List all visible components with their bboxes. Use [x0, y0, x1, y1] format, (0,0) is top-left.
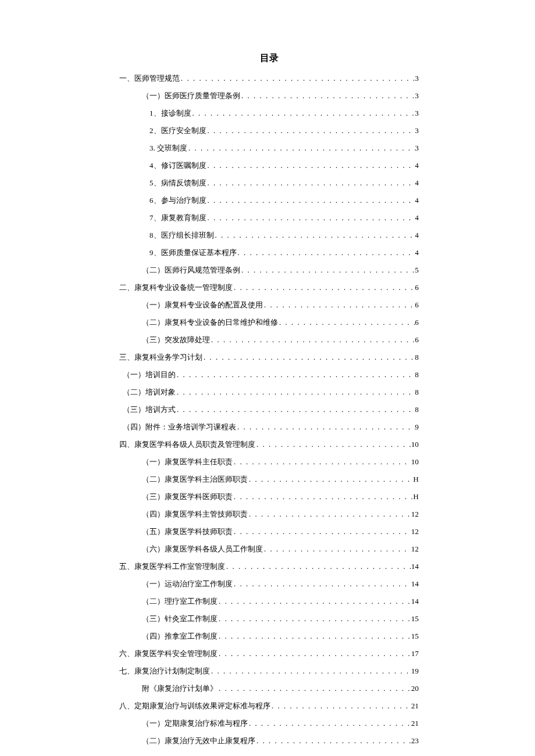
toc-entry-page: 19 — [411, 667, 419, 676]
toc-entry: 附《康复治疗计划单》. . . . . . . . . . . . . . . … — [119, 683, 419, 694]
toc-entry-page: 21 — [411, 719, 419, 728]
toc-entry-text: 2、医疗安全制度 — [149, 126, 206, 136]
toc-entry-text: 8、医疗组长排班制 — [149, 230, 214, 241]
toc-entry-page: 17 — [411, 649, 419, 658]
toc-leader-dots: . . . . . . . . . . . . . . . . . . . . … — [206, 213, 415, 223]
toc-entry-text: （一）康复医学科主任职责 — [142, 457, 233, 467]
toc-entry-page: 10 — [411, 440, 419, 449]
toc-entry-text: （一）定期康复治疗标准与程序 — [142, 718, 248, 729]
toc-entry: （二）康复科专业设备的日常维护和维修. . . . . . . . . . . … — [119, 317, 419, 328]
toc-leader-dots: . . . . . . . . . . . . . . . . . . . . … — [248, 475, 413, 484]
toc-entry-text: （二）康复科专业设备的日常维护和维修 — [142, 317, 278, 328]
toc-leader-dots: . . . . . . . . . . . . . . . . . . . . … — [176, 370, 415, 379]
toc-leader-dots: . . . . . . . . . . . . . . . . . . . . … — [248, 510, 411, 519]
toc-entry-text: （四）康复医学科主管技师职责 — [142, 509, 248, 519]
toc-entry: 3. 交班制度. . . . . . . . . . . . . . . . .… — [119, 143, 419, 153]
toc-entry: 一、医师管理规范. . . . . . . . . . . . . . . . … — [119, 73, 419, 84]
toc-entry: 8、医疗组长排班制. . . . . . . . . . . . . . . .… — [119, 230, 419, 241]
toc-entry-text: 1、接诊制度 — [149, 108, 191, 119]
toc-entry-page: 3 — [415, 109, 419, 118]
toc-entry-page: 4 — [415, 196, 419, 205]
toc-entry: 7、康复教育制度. . . . . . . . . . . . . . . . … — [119, 213, 419, 223]
toc-entry: 1、接诊制度. . . . . . . . . . . . . . . . . … — [119, 108, 419, 119]
toc-entry-text: 四、康复医学科各级人员职责及管理制度 — [119, 439, 255, 450]
toc-entry-page: 8 — [415, 370, 419, 379]
toc-entry-text: （四）附件：业务培训学习课程表 — [123, 422, 236, 432]
toc-entry-text: （二）康复医学科主治医师职责 — [142, 474, 248, 485]
toc-entry: （三）康复医学科医师职责. . . . . . . . . . . . . . … — [119, 492, 419, 502]
toc-leader-dots: . . . . . . . . . . . . . . . . . . . . … — [217, 632, 411, 641]
toc-entry: （四）附件：业务培训学习课程表 . . . . . . . . . . . . … — [119, 422, 419, 432]
toc-entry-page: H — [413, 475, 419, 484]
toc-entry: （二）理疗室工作制度. . . . . . . . . . . . . . . … — [119, 596, 419, 607]
toc-leader-dots: . . . . . . . . . . . . . . . . . . . . … — [263, 300, 415, 310]
toc-entry-page: 9 — [415, 422, 419, 432]
toc-entry-text: 9、医师质量保证基本程序 — [149, 248, 237, 258]
toc-entry-page: 3 — [415, 74, 419, 83]
toc-entry-text: 5、病情反馈制度 — [149, 178, 206, 188]
toc-entry: （一）康复科专业设备的配置及使用. . . . . . . . . . . . … — [119, 300, 419, 310]
toc-entry: 七、康复治疗计划制定制度 . . . . . . . . . . . . . .… — [119, 666, 419, 676]
toc-leader-dots: . . . . . . . . . . . . . . . . . . . . … — [270, 701, 411, 711]
toc-leader-dots: . . . . . . . . . . . . . . . . . . . . … — [225, 562, 411, 571]
toc-leader-dots: . . . . . . . . . . . . . . . . . . . . … — [233, 283, 415, 292]
toc-leader-dots: . . . . . . . . . . . . . . . . . . . . … — [240, 266, 415, 275]
toc-entry: （二）康复医学科主治医师职责. . . . . . . . . . . . . … — [119, 474, 419, 485]
toc-entry-text: （三）培训方式 — [123, 404, 176, 415]
toc-leader-dots: . . . . . . . . . . . . . . . . . . . . … — [237, 248, 415, 257]
toc-entry-text: （二）康复治疗无效中止康复程序 — [142, 736, 255, 746]
toc-entry: （一）康复医学科主任职责. . . . . . . . . . . . . . … — [119, 457, 419, 467]
toc-entry: 八、定期康复治疗与训练效果评定标准与程序 . . . . . . . . . .… — [119, 701, 419, 711]
toc-leader-dots: . . . . . . . . . . . . . . . . . . . . … — [233, 527, 411, 536]
toc-entry-page: 6 — [415, 318, 419, 327]
toc-entry-page: 23 — [411, 736, 419, 746]
toc-entry: （一）培训目的 . . . . . . . . . . . . . . . . … — [119, 370, 419, 380]
toc-entry-page: 3 — [415, 126, 419, 135]
toc-leader-dots: . . . . . . . . . . . . . . . . . . . . … — [206, 161, 415, 170]
toc-leader-dots: . . . . . . . . . . . . . . . . . . . . … — [210, 335, 415, 345]
toc-entry-text: （一）运动治疗室工作制度 — [142, 579, 233, 589]
toc-leader-dots: . . . . . . . . . . . . . . . . . . . . … — [202, 353, 415, 362]
toc-entry: （一）医师医疗质量管理条例. . . . . . . . . . . . . .… — [119, 91, 419, 101]
toc-entry-text: 3. 交班制度 — [149, 143, 187, 153]
toc-entry: 五、康复医学科工作室管理制度 . . . . . . . . . . . . .… — [119, 561, 419, 572]
toc-leader-dots: . . . . . . . . . . . . . . . . . . . . … — [176, 405, 415, 414]
toc-leader-dots: . . . . . . . . . . . . . . . . . . . . … — [233, 579, 411, 589]
toc-entry: 六、康复医学科安全管理制度 . . . . . . . . . . . . . … — [119, 648, 419, 659]
toc-entry-page: 14 — [411, 597, 419, 606]
toc-entry: （三）突发故障处理. . . . . . . . . . . . . . . .… — [119, 335, 419, 345]
toc-entry-page: 4 — [415, 178, 419, 188]
toc-entry: 2、医疗安全制度. . . . . . . . . . . . . . . . … — [119, 126, 419, 136]
toc-entry-page: 21 — [411, 701, 419, 711]
toc-entry-page: 6 — [415, 335, 419, 345]
toc-entry-text: （二）培训对象 — [123, 387, 176, 397]
toc-entry: （一）定期康复治疗标准与程序. . . . . . . . . . . . . … — [119, 718, 419, 729]
toc-leader-dots: . . . . . . . . . . . . . . . . . . . . … — [176, 388, 415, 397]
toc-entry-page: 12 — [411, 544, 419, 554]
toc-leader-dots: . . . . . . . . . . . . . . . . . . . . … — [187, 144, 415, 153]
toc-entry-page: 4 — [415, 231, 419, 240]
toc-entry: 三、康复科业务学习计划. . . . . . . . . . . . . . .… — [119, 352, 419, 363]
toc-leader-dots: . . . . . . . . . . . . . . . . . . . . … — [217, 614, 411, 624]
toc-leader-dots: . . . . . . . . . . . . . . . . . . . . … — [214, 231, 415, 240]
toc-entry-page: 6 — [415, 300, 419, 310]
toc-entry-page: 4 — [415, 161, 419, 170]
toc-leader-dots: . . . . . . . . . . . . . . . . . . . . … — [217, 684, 411, 693]
toc-entry-page: 4 — [415, 213, 419, 223]
toc-entry-text: （一）医师医疗质量管理条例 — [142, 91, 240, 101]
toc-leader-dots: . . . . . . . . . . . . . . . . . . . . … — [233, 492, 413, 501]
toc-leader-dots: . . . . . . . . . . . . . . . . . . . . … — [263, 544, 411, 554]
toc-entry-text: （三）康复医学科医师职责 — [142, 492, 233, 502]
toc-entry: （二）医师行风规范管理条例. . . . . . . . . . . . . .… — [119, 265, 419, 275]
toc-entry-page: 14 — [411, 562, 419, 571]
toc-entry-page: 12 — [411, 510, 419, 519]
toc-entry-page: 20 — [411, 684, 419, 693]
toc-leader-dots: . . . . . . . . . . . . . . . . . . . . … — [236, 422, 415, 432]
toc-leader-dots: . . . . . . . . . . . . . . . . . . . . … — [217, 649, 411, 658]
toc-leader-dots: . . . . . . . . . . . . . . . . . . . . … — [233, 457, 411, 467]
toc-entry: 6、参与治疗制度. . . . . . . . . . . . . . . . … — [119, 195, 419, 206]
toc-entry-text: （三）针灸室工作制度 — [142, 614, 217, 624]
toc-entry: （二）康复治疗无效中止康复程序. . . . . . . . . . . . .… — [119, 736, 419, 746]
toc-entry-text: （二）理疗室工作制度 — [142, 596, 217, 607]
toc-entry-text: 4、修订医嘱制度 — [149, 160, 206, 171]
